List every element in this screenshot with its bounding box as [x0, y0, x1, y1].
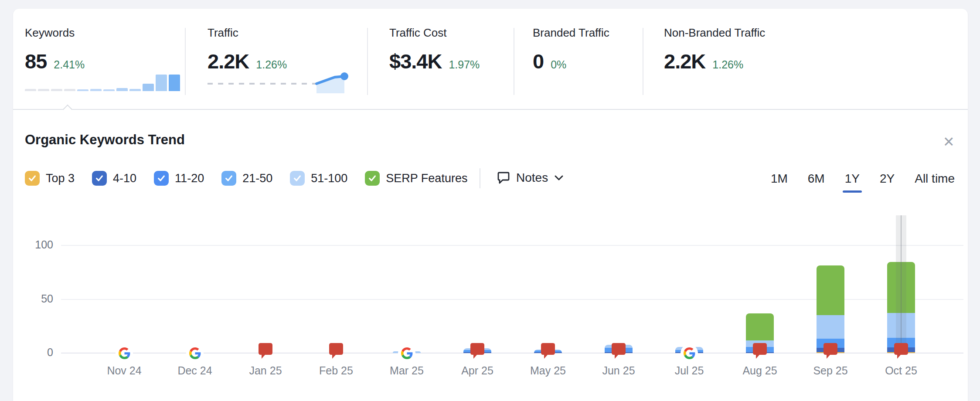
stat-value-row: $3.4K1.97% [389, 49, 480, 73]
legend-row: Top 34-1011-2021-5051-100SERP Features [25, 171, 467, 186]
legend-checkbox [290, 171, 305, 186]
tab-1m[interactable]: 1M [771, 172, 788, 186]
legend-item-top-3[interactable]: Top 3 [25, 171, 75, 186]
stat-card-traffic-cost[interactable]: Traffic Cost$3.4K1.97% [389, 26, 480, 100]
note-flag-icon[interactable] [470, 343, 485, 361]
traffic-sparkline [208, 61, 356, 99]
y-axis-tick: 100 [20, 238, 53, 251]
google-update-icon[interactable] [116, 344, 133, 362]
stat-card-branded-traffic[interactable]: Branded Traffic00% [533, 26, 609, 100]
legend-checkbox [221, 171, 236, 186]
tab-6m[interactable]: 6M [808, 172, 825, 186]
legend-label: 11-20 [175, 172, 204, 185]
x-axis-label: Mar 25 [376, 364, 437, 377]
tab-1y[interactable]: 1Y [845, 172, 860, 186]
x-axis-label: Feb 25 [306, 364, 367, 377]
hover-indicator-line [901, 215, 902, 353]
chevron-down-icon [554, 174, 564, 181]
sparkline-bar [64, 89, 75, 91]
legend-item-4-10[interactable]: 4-10 [92, 171, 136, 186]
note-flag-icon[interactable] [541, 343, 555, 361]
stat-divider [185, 28, 186, 95]
sparkline-bar [129, 89, 141, 91]
note-flag-icon[interactable] [894, 343, 909, 361]
sparkline-bar [169, 75, 180, 91]
legend-item-serp-features[interactable]: SERP Features [365, 171, 467, 186]
google-update-icon[interactable] [186, 344, 204, 362]
google-update-icon[interactable] [681, 344, 698, 362]
x-axis-label: Jun 25 [588, 364, 649, 377]
organic-keywords-chart: 050100Nov 24Dec 24Jan 25Feb 25Mar 25Apr … [13, 209, 968, 397]
stat-delta: 1.26% [712, 58, 743, 71]
google-update-icon[interactable] [398, 344, 415, 362]
active-tab-underline [843, 190, 862, 193]
legend-checkbox [92, 171, 107, 186]
panel-title: Organic Keywords Trend [25, 132, 185, 148]
notes-dropdown[interactable]: Notes [497, 171, 564, 185]
stat-delta: 1.97% [449, 58, 480, 71]
legend-label: 21-50 [242, 172, 272, 185]
note-flag-icon[interactable] [611, 343, 626, 361]
stat-divider [514, 28, 514, 95]
legend-item-11-20[interactable]: 11-20 [154, 171, 204, 186]
stat-label: Non-Branded Traffic [664, 26, 765, 40]
date-range-tabs: 1M6M1Y2YAll time [771, 172, 955, 186]
x-axis-label: Jul 25 [659, 364, 720, 377]
note-flag-icon[interactable] [823, 343, 838, 361]
x-axis-label: May 25 [517, 364, 578, 377]
x-axis-label: Oct 25 [871, 364, 932, 377]
note-flag-icon[interactable] [752, 343, 767, 361]
selected-stat-caret [63, 105, 73, 115]
legend-checkbox [154, 171, 169, 186]
legend-label: SERP Features [386, 172, 467, 185]
stat-value: 2.2K [664, 49, 705, 73]
legend-checkbox [25, 171, 40, 186]
keywords-sparkline [25, 73, 182, 91]
gridline [61, 245, 963, 246]
stat-value-row: 00% [533, 49, 609, 73]
legend-label: 4-10 [113, 172, 136, 185]
legend-label: Top 3 [46, 172, 75, 185]
bar-segment-51-100 [817, 315, 844, 339]
section-divider [13, 109, 968, 110]
sparkline-bar [38, 89, 49, 91]
stat-label: Traffic Cost [389, 26, 480, 40]
tab-all-time[interactable]: All time [915, 172, 955, 186]
x-axis-label: Apr 25 [447, 364, 508, 377]
legend-item-21-50[interactable]: 21-50 [221, 171, 272, 186]
tab-2y[interactable]: 2Y [880, 172, 895, 186]
legend-item-51-100[interactable]: 51-100 [290, 171, 347, 186]
x-axis-label: Sep 25 [800, 364, 861, 377]
stat-label: Keywords [25, 26, 85, 40]
sparkline-bar [77, 89, 88, 91]
sparkline-bar [103, 89, 115, 91]
y-axis-tick: 50 [20, 292, 53, 305]
legend-notes-divider [480, 168, 480, 188]
stat-delta: 0% [551, 58, 566, 71]
note-flag-icon[interactable] [329, 343, 344, 361]
stat-divider [643, 28, 643, 95]
stat-divider [367, 28, 368, 95]
stat-card-non-branded-traffic[interactable]: Non-Branded Traffic2.2K1.26% [664, 26, 765, 100]
legend-checkbox [365, 171, 380, 186]
sparkline-bar [156, 75, 167, 91]
notes-icon [497, 171, 510, 185]
bar-segment-serp-features [817, 265, 844, 315]
stat-value-row: 852.41% [25, 49, 85, 73]
x-axis-label: Aug 25 [729, 364, 790, 377]
bar-sep-25[interactable] [817, 265, 844, 353]
stat-label: Traffic [208, 26, 287, 40]
legend-label: 51-100 [311, 172, 347, 185]
x-axis-label: Dec 24 [164, 364, 225, 377]
sparkline-bar [25, 89, 36, 91]
notes-label: Notes [516, 171, 548, 185]
sparkline-bar [116, 88, 128, 91]
sparkline-bar [51, 89, 62, 91]
stat-label: Branded Traffic [533, 26, 609, 40]
domain-overview-card: Keywords852.41%Traffic2.2K1.26%Traffic C… [13, 9, 968, 401]
sparkline-bar [90, 89, 102, 91]
bar-segment-serp-features [746, 313, 774, 340]
close-icon[interactable]: × [943, 133, 954, 151]
stat-value: 85 [25, 49, 47, 73]
note-flag-icon[interactable] [258, 343, 273, 361]
